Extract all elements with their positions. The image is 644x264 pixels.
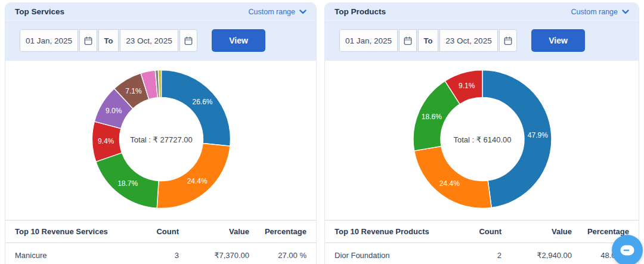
service-value: ₹7,370.00 [179, 251, 249, 260]
calendar-icon[interactable] [499, 29, 517, 52]
to-label: To [418, 29, 438, 52]
svg-text:9.4%: 9.4% [98, 137, 114, 145]
chevron-down-icon [299, 10, 306, 14]
column-header-percentage: Percentage [572, 227, 629, 236]
chevron-down-icon [622, 10, 629, 14]
column-header-count: Count [459, 227, 501, 236]
to-label: To [98, 29, 119, 52]
column-header-name: Top 10 Revenue Products [335, 227, 459, 236]
svg-text:7.1%: 7.1% [125, 87, 142, 95]
date-to-input[interactable]: 23 Oct, 2025 [439, 29, 498, 52]
service-name: Manicure [15, 251, 136, 260]
panel-title: Top Products [335, 7, 386, 16]
revenue-table: Top 10 Revenue Services Count Value Perc… [5, 220, 316, 264]
calendar-icon [84, 36, 92, 45]
donut-chart[interactable]: 47.9%24.4%18.6%9.1%Total : ₹ 6140.00 [325, 61, 639, 220]
svg-text:24.4%: 24.4% [439, 179, 460, 188]
revenue-table: Top 10 Revenue Products Count Value Perc… [325, 220, 639, 264]
donut-chart[interactable]: 26.6%24.4%18.7%9.4%9.0%7.1%Total : ₹ 277… [5, 61, 316, 220]
calendar-icon [404, 36, 412, 45]
date-range-controls: 01 Jan, 2025 To 23 Oct, 2025 View [325, 21, 639, 61]
service-percentage: 27.00 % [249, 251, 306, 260]
column-header-percentage: Percentage [249, 227, 306, 236]
svg-text:18.6%: 18.6% [422, 113, 442, 121]
table-header-row: Top 10 Revenue Products Count Value Perc… [325, 220, 639, 243]
custom-range-label: Custom range [571, 8, 618, 16]
svg-text:18.7%: 18.7% [117, 179, 138, 188]
custom-range-label: Custom range [248, 8, 295, 16]
calendar-icon[interactable] [399, 29, 417, 52]
panel-title: Top Services [15, 7, 64, 16]
column-header-name: Top 10 Revenue Services [15, 227, 136, 236]
svg-text:Total : ₹ 6140.00: Total : ₹ 6140.00 [453, 135, 511, 144]
custom-range-dropdown[interactable]: Custom range [248, 8, 306, 16]
panel-header: Top Products Custom range [325, 3, 639, 21]
table-row: Manicure 3 ₹7,370.00 27.00 % [5, 243, 316, 264]
product-value: ₹2,940.00 [501, 251, 572, 260]
svg-text:9.1%: 9.1% [459, 82, 475, 90]
date-range-controls: 01 Jan, 2025 To 23 Oct, 2025 View [5, 21, 316, 61]
date-from-input[interactable]: 01 Jan, 2025 [20, 29, 78, 52]
calendar-icon [504, 36, 512, 45]
panel-header: Top Services Custom range [5, 3, 316, 21]
service-count: 3 [136, 251, 179, 260]
table-row: Dior Foundation 2 ₹2,940.00 48.00 % [325, 243, 639, 264]
top-products-panel: Top Products Custom range 01 Jan, 2025 T… [324, 2, 639, 264]
view-button[interactable]: View [212, 29, 265, 52]
custom-range-dropdown[interactable]: Custom range [571, 8, 629, 16]
svg-text:Total : ₹ 27727.00: Total : ₹ 27727.00 [130, 135, 192, 144]
date-from-input[interactable]: 01 Jan, 2025 [339, 29, 398, 52]
svg-text:9.0%: 9.0% [106, 107, 122, 115]
top-services-panel: Top Services Custom range 01 Jan, 2025 T… [5, 2, 317, 264]
table-header-row: Top 10 Revenue Services Count Value Perc… [5, 220, 316, 243]
chat-widget-button[interactable] [612, 235, 643, 264]
column-header-value: Value [179, 227, 249, 236]
calendar-icon[interactable] [179, 29, 197, 52]
column-header-value: Value [501, 227, 572, 236]
product-count: 2 [459, 251, 501, 260]
view-button[interactable]: View [531, 29, 585, 52]
column-header-count: Count [136, 227, 179, 236]
svg-text:47.9%: 47.9% [528, 131, 548, 139]
date-to-input[interactable]: 23 Oct, 2025 [120, 29, 178, 52]
calendar-icon[interactable] [79, 29, 97, 52]
svg-text:24.4%: 24.4% [187, 177, 208, 185]
chat-bubble-icon [620, 244, 635, 257]
svg-text:26.6%: 26.6% [192, 98, 212, 106]
calendar-icon [184, 36, 193, 45]
product-name: Dior Foundation [335, 251, 459, 260]
